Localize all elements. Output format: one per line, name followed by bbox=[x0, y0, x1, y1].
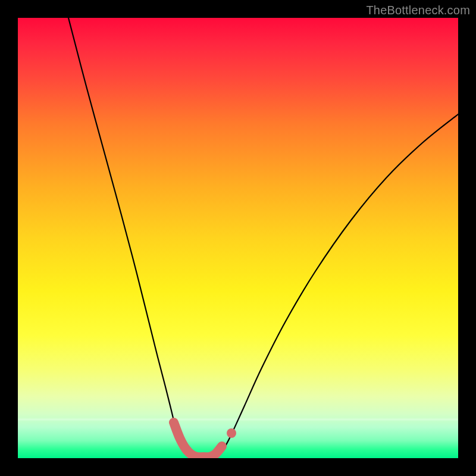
series-bottom-marker-strip bbox=[174, 422, 222, 457]
curve-layer bbox=[18, 18, 458, 458]
series-bottom-marker-strip-dot bbox=[227, 428, 236, 438]
series-left-branch bbox=[68, 18, 195, 458]
watermark-text: TheBottleneck.com bbox=[366, 4, 470, 17]
chart-frame: TheBottleneck.com bbox=[0, 0, 476, 476]
series-right-branch bbox=[213, 114, 458, 458]
plot-area bbox=[18, 18, 458, 458]
